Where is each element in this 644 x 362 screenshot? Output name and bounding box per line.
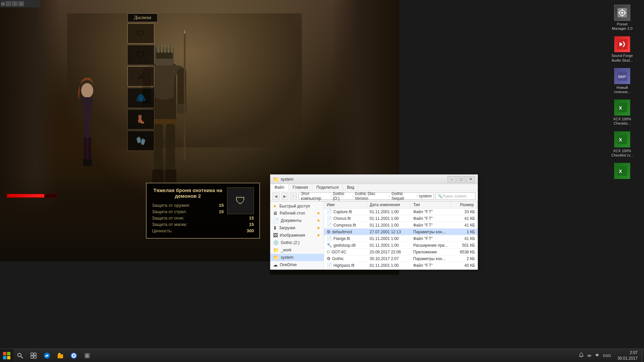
svg-rect-4 bbox=[87, 159, 92, 166]
file-size-imagehl2: 84 КБ bbox=[451, 269, 478, 270]
taskbar-task-view[interactable] bbox=[27, 349, 40, 362]
col-header-name[interactable]: Имя bbox=[324, 201, 367, 208]
file-name-gotiic: GGOT-IIC bbox=[324, 249, 367, 255]
tab-share[interactable]: Поделиться bbox=[312, 184, 343, 191]
explorer-ribbon: Файл Главная Поделиться Вид ◀ ▶ ↑ Этот к… bbox=[270, 184, 478, 201]
file-row-gedislusp[interactable]: 🔧gedislusp.dll 01.11.2001 1:00 Расширени… bbox=[324, 242, 478, 249]
path-sep-2: › bbox=[353, 194, 354, 198]
file-row-gothic[interactable]: ⚙Gothic 30.10.2017 2:07 Параметры конф..… bbox=[324, 255, 478, 262]
col-header-type[interactable]: Тип bbox=[411, 201, 451, 208]
file-name-defaultmod: ⚙defaultmod bbox=[324, 229, 367, 235]
path-sequel: Gothic Sequel bbox=[391, 191, 415, 201]
sidebar-images[interactable]: 🖼 Изображения ★ bbox=[270, 232, 324, 239]
svg-point-0 bbox=[81, 83, 93, 98]
file-row-gotiic[interactable]: GGOT-IIC 20.09.2017 22:06 Приложение 853… bbox=[324, 249, 478, 255]
file-row-highpass[interactable]: 📄Highpass.flt 01.11.2001 1:00 Файл "F.T"… bbox=[324, 262, 478, 269]
explorer-close[interactable]: ✕ bbox=[466, 176, 475, 183]
svg-rect-11 bbox=[168, 45, 169, 53]
file-row-capture[interactable]: 📄Capture.flt 01.11.2001 1:00 Файл "F.T" … bbox=[324, 208, 478, 215]
onedrive-icon: ☁ bbox=[273, 262, 278, 267]
path-gothic: Gothic (D:) bbox=[333, 191, 351, 201]
tray-language[interactable]: ENG bbox=[602, 354, 612, 358]
armor-slot-1[interactable]: 🛡 bbox=[127, 23, 154, 44]
tray-network[interactable] bbox=[586, 353, 593, 358]
start-button[interactable] bbox=[0, 349, 13, 362]
desktop-icon-xcx2[interactable]: X XCX 100%Checklist (v... bbox=[607, 130, 637, 159]
stat-row-3: Защита от огня: 15 bbox=[152, 215, 254, 221]
show-desktop[interactable] bbox=[642, 349, 644, 362]
search-input[interactable]: 🔍 Поиск: system bbox=[435, 192, 476, 200]
desktop-icon-bmp[interactable]: BMP Новыйточечни... bbox=[607, 67, 637, 96]
taskbar-explorer[interactable] bbox=[54, 349, 67, 362]
taskbar-edge[interactable] bbox=[40, 349, 54, 362]
sidebar-gothic[interactable]: 💿 Gothic (2:) bbox=[270, 239, 324, 246]
file-row-imagehl2[interactable]: 🔧IMAGEHL2.CLL 01.11.2001 1:00 Расширение… bbox=[324, 269, 478, 269]
col-header-date[interactable]: Дата изменения bbox=[367, 201, 411, 208]
item-tooltip: 🛡 Тяжелая броня охотника на демонов 2 За… bbox=[146, 183, 260, 239]
desktop-icon-soundforge[interactable]: Sound ForgeAudio Stud... bbox=[607, 35, 637, 64]
svg-point-28 bbox=[621, 12, 623, 14]
excel-icon-2: X bbox=[614, 131, 630, 147]
sidebar-system[interactable]: 📁 system bbox=[270, 254, 324, 261]
svg-rect-16 bbox=[154, 124, 163, 174]
back-button[interactable]: ◀ bbox=[272, 192, 280, 200]
stat-value-1: 15 bbox=[219, 203, 224, 208]
taskbar-search[interactable] bbox=[13, 349, 27, 362]
sidebar-this-computer[interactable]: 🖥 Этот компьютер bbox=[270, 268, 324, 269]
path-sep-3: › bbox=[389, 194, 390, 198]
close-game-btn[interactable]: ✕ bbox=[18, 1, 24, 6]
armor-slot-2[interactable]: 🛡 bbox=[127, 45, 154, 65]
tab-view[interactable]: Вид bbox=[343, 184, 359, 191]
tab-file[interactable]: Файл bbox=[270, 184, 289, 191]
armor-slot-4[interactable]: 🧥 bbox=[127, 88, 154, 108]
svg-rect-45 bbox=[7, 356, 10, 359]
explorer-minimize[interactable]: − bbox=[447, 176, 456, 183]
sidebar-downloads[interactable]: ⬇ Загрузки ★ bbox=[270, 224, 324, 232]
minimize-btn[interactable]: − bbox=[6, 1, 11, 6]
file-name-compress: 📄Compress.flt bbox=[324, 222, 367, 228]
sidebar-desktop[interactable]: 🖥 Рабочий стол ★ bbox=[270, 209, 324, 217]
file-row-chorus[interactable]: 📄Chorus.flt 01.11.2001 1:00 Файл "F.T" 4… bbox=[324, 215, 478, 222]
star-icon-5: ★ bbox=[317, 233, 320, 238]
sidebar-quick-access[interactable]: ★ Быстрый доступ bbox=[270, 203, 324, 209]
downloads-icon: ⬇ bbox=[273, 225, 277, 231]
tray-notifications[interactable] bbox=[578, 353, 585, 358]
desktop-icon-preset[interactable]: PresetManager 2.0 bbox=[607, 3, 637, 32]
file-row-compress[interactable]: 📄Compress.flt 01.11.2001 1:00 Файл "F.T"… bbox=[324, 222, 478, 229]
file-name-gedislusp: 🔧gedislusp.dll bbox=[324, 242, 367, 248]
file-size-defaultmod: 1 КБ bbox=[451, 229, 478, 235]
up-button[interactable]: ↑ bbox=[290, 192, 297, 200]
desktop-icon-xcx1[interactable]: X XCX 100%Checklis... bbox=[607, 98, 637, 127]
sidebar-onedrive[interactable]: ☁ OneDrive bbox=[270, 261, 324, 268]
taskbar-chrome[interactable] bbox=[67, 349, 80, 362]
file-name-flange: 📄Flange.flt bbox=[324, 235, 367, 242]
taskbar-gothic-app[interactable]: G bbox=[80, 349, 94, 362]
system-clock[interactable]: 2:07 30.01.2017 bbox=[615, 350, 640, 361]
address-path[interactable]: Этот компьютер › Gothic (D:) › Gothic Di… bbox=[299, 192, 434, 200]
col-header-size[interactable]: Размер bbox=[451, 201, 478, 208]
svg-rect-24 bbox=[184, 34, 185, 161]
file-list: Имя Дата изменения Тип Размер 📄Capture.f… bbox=[324, 201, 478, 269]
tray-volume[interactable] bbox=[594, 353, 601, 358]
file-name-gothic: ⚙Gothic bbox=[324, 255, 367, 262]
stat-value-4: 15 bbox=[249, 222, 254, 227]
svg-rect-44 bbox=[3, 356, 6, 359]
desktop-icon-xcx3[interactable]: X bbox=[607, 162, 637, 182]
restore-btn[interactable]: □ bbox=[12, 1, 17, 6]
forward-button[interactable]: ▶ bbox=[281, 192, 288, 200]
path-sep-4: › bbox=[417, 194, 418, 198]
file-row-flange[interactable]: 📄Flange.flt 01.11.2001 1:00 Файл "F.T" 4… bbox=[324, 235, 478, 242]
sidebar-documents[interactable]: 📄 Документы ★ bbox=[270, 217, 324, 224]
file-date-gedislusp: 01.11.2001 1:00 bbox=[367, 242, 411, 248]
npc-character bbox=[67, 74, 107, 174]
armor-slot-6[interactable]: 🧤 bbox=[127, 131, 154, 151]
file-row-defaultmod[interactable]: ⚙defaultmod 27.07.2001 12:13 Параметры к… bbox=[324, 229, 478, 235]
armor-panel: Доспехи 🛡 🛡 ⚔ 🧥 👢 🧤 bbox=[127, 13, 154, 151]
taskbar-tray: ENG bbox=[575, 353, 615, 358]
svg-rect-53 bbox=[58, 354, 63, 358]
tab-home[interactable]: Главная bbox=[289, 184, 313, 191]
armor-slot-3[interactable]: ⚔ bbox=[127, 66, 154, 86]
sidebar-work[interactable]: 📁 _work bbox=[270, 246, 324, 254]
explorer-maximize[interactable]: □ bbox=[457, 176, 466, 183]
armor-slot-5[interactable]: 👢 bbox=[127, 109, 154, 129]
